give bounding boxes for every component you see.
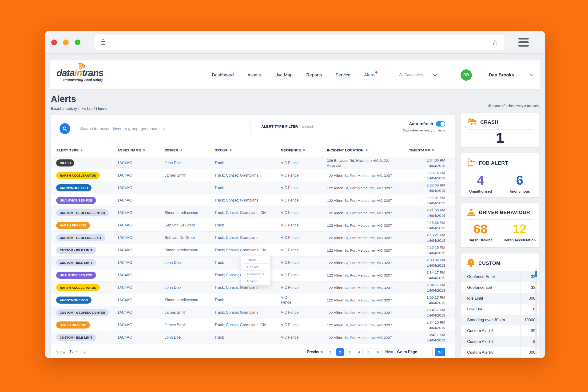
page-number-button[interactable]: 6 xyxy=(374,348,382,356)
custom-alerts-tile[interactable]: CUSTOM Geofence Enter 32 Geofence Exit 3… xyxy=(461,254,539,357)
crash-tile[interactable]: CRASH 1 xyxy=(461,113,539,147)
custom-alert-row[interactable]: Idle Limit 300 xyxy=(461,293,539,304)
group-popup-item[interactable]: Grampians xyxy=(243,271,268,278)
geofence-cell: VIC Fence xyxy=(281,173,299,178)
minimize-window-button[interactable] xyxy=(63,40,69,45)
table-row[interactable]: CUSTOM - GEOFENCE EXIT 1AC4AO Seb van De… xyxy=(50,232,455,244)
alerts-table-body: CRASH 1AC4AO John Doe Truck VIC Fence 32… xyxy=(50,157,455,344)
column-header[interactable]: TIMESTAMP xyxy=(409,148,445,152)
scrollbar-thumb[interactable] xyxy=(535,271,537,277)
custom-alert-row[interactable]: Speeding over 30 km 10000 xyxy=(461,315,539,326)
group-cell[interactable]: Truck xyxy=(214,186,281,190)
group-cell[interactable]: Truck; Conset; Grampians xyxy=(214,198,281,202)
group-popup-item[interactable]: Truck xyxy=(243,256,268,264)
browser-menu-button[interactable] xyxy=(518,38,529,48)
nav-link[interactable]: Service xyxy=(336,72,350,78)
driver-behaviour-tile[interactable]: DRIVER BEHAVIOUR 68 Harsh Braking 12 Har… xyxy=(461,204,539,248)
page-number-button[interactable]: 3 xyxy=(346,348,353,356)
driver-cell: Simon Ierodiaconou xyxy=(165,298,214,302)
alert-type-filter-input[interactable] xyxy=(302,124,356,132)
avatar[interactable]: DB xyxy=(460,69,472,81)
group-cell[interactable]: Truck; Conset; Grampians; Civ... xyxy=(214,211,281,215)
page-number-button[interactable]: 4 xyxy=(355,348,363,356)
group-cell[interactable]: Truck; Conset; Grampians xyxy=(214,173,281,178)
browser-chrome: ☆ xyxy=(45,31,545,54)
table-row[interactable]: CUSTOM - GEOFENCE ENTER 1AC4AO Simon Ier… xyxy=(50,207,455,219)
nav-link[interactable]: Dashboard xyxy=(212,72,234,78)
brand-logo[interactable]: dataintrans empowering road safety xyxy=(56,68,112,82)
geofence-cell: VIC Fence xyxy=(281,186,299,190)
custom-alert-row[interactable]: Custom Alert-6 89 xyxy=(461,326,539,336)
page-size-select[interactable]: 15 xyxy=(69,349,78,355)
sort-icon[interactable] xyxy=(303,148,305,152)
search-input[interactable] xyxy=(80,121,243,136)
page-number-button[interactable]: 5 xyxy=(364,348,372,356)
nav-link[interactable]: Reports xyxy=(306,72,322,78)
sort-icon[interactable] xyxy=(81,148,82,152)
table-row[interactable]: CUSTOM - IDLE LIMIT 1AC4AO Simon Ierodia… xyxy=(50,244,455,256)
driver-stat: 12 Harsh Acceleration xyxy=(500,222,539,247)
stat-label: Harsh Braking xyxy=(461,238,500,242)
group-cell[interactable]: Truck; Conset; Grampians; Civ... xyxy=(214,323,281,327)
custom-alert-row[interactable]: Custom Alert-7 8 xyxy=(461,336,539,347)
column-header[interactable]: GROUP xyxy=(214,148,281,152)
sort-icon[interactable] xyxy=(143,148,145,152)
category-select[interactable]: All Categories xyxy=(395,70,440,80)
column-header[interactable]: INCIDENT LOCATION xyxy=(327,148,409,152)
table-row[interactable]: ANONYMOUS FOB 1AC4AO Simon Ierodiaconou … xyxy=(50,294,455,306)
table-row[interactable]: CUSTOM - IDLE LIMIT 1AC4AO John Doe Truc… xyxy=(50,331,455,344)
incident-location-cell: 122 Albert St, Port Melbourne, VIC 3207 xyxy=(327,260,409,265)
nav-link[interactable]: Live Map xyxy=(274,72,292,78)
user-menu-chevron-icon[interactable] xyxy=(530,73,534,76)
sort-icon[interactable] xyxy=(432,148,434,152)
timestamp-cell: 2:00:32 PM14/04/2019 xyxy=(409,257,445,268)
go-button[interactable]: Go xyxy=(435,348,445,356)
user-name[interactable]: Dan Brooks xyxy=(489,72,514,78)
group-cell[interactable]: Truck xyxy=(214,298,281,302)
custom-alert-row[interactable]: Geofence Exit 33 xyxy=(461,282,539,293)
table-row[interactable]: HARSH BRAKING 1AC4AO James Smith Truck; … xyxy=(50,319,455,331)
custom-alert-row[interactable]: Custom Alert-8 300 xyxy=(461,347,539,357)
table-row[interactable]: CRASH 1AC4AO John Doe Truck VIC Fence 32… xyxy=(50,157,455,169)
column-header[interactable]: GEOFENCE xyxy=(281,148,327,152)
custom-alert-row[interactable]: Low Fuel 8 xyxy=(461,304,539,315)
table-row[interactable]: HARSH ACCELERATION 1AC4AO James Smith Tr… xyxy=(50,169,455,182)
page-number-button[interactable]: 2 xyxy=(336,348,344,356)
sort-icon[interactable] xyxy=(366,148,368,152)
custom-alert-row[interactable]: Geofence Enter 32 xyxy=(461,271,539,282)
group-popup-item[interactable]: CivilEx xyxy=(243,278,268,285)
group-cell[interactable]: Truck; Conset; Grampians xyxy=(214,286,281,290)
fob-alert-tile[interactable]: FOB ALERT 4 Unauthorised 6 Anonymous xyxy=(461,153,539,197)
url-bar[interactable]: ☆ xyxy=(94,35,504,50)
next-page-button[interactable]: Next xyxy=(385,350,394,354)
column-header[interactable]: DRIVER xyxy=(165,148,214,152)
sort-icon[interactable] xyxy=(180,148,182,152)
previous-page-button[interactable]: Previous xyxy=(307,350,323,354)
nav-link[interactable]: Alerts xyxy=(364,72,376,78)
sort-icon[interactable] xyxy=(230,148,232,152)
page-number-button[interactable]: 1 xyxy=(327,348,334,356)
close-window-button[interactable] xyxy=(51,40,57,45)
group-cell[interactable]: Truck; Conset; Grampians xyxy=(214,236,281,240)
category-select-value: All Categories xyxy=(399,73,423,77)
auto-refresh-toggle[interactable] xyxy=(436,121,445,126)
bookmark-star-icon[interactable]: ☆ xyxy=(491,38,498,46)
table-row[interactable]: ANONYMOUS FOB 1AC4AO Truck VIC Fence 122… xyxy=(50,182,455,194)
group-cell[interactable]: Truck; Conset; Grampians xyxy=(214,310,281,315)
table-row[interactable]: CUSTOM - GEOFENCE ENTER 1AC4AO James Smi… xyxy=(50,306,455,319)
logo-wordmark: dataintrans xyxy=(56,68,112,78)
maximize-window-button[interactable] xyxy=(75,40,80,45)
group-cell[interactable]: Truck; Conset; Grampians; Civ... xyxy=(214,248,281,252)
table-row[interactable]: UNAUTHORISED FOB 1AC4AO Truck; Conset; G… xyxy=(50,194,455,207)
group-cell[interactable]: Truck xyxy=(214,223,281,228)
nav-link[interactable]: Assets xyxy=(248,72,261,78)
scrollbar-track[interactable] xyxy=(535,268,537,356)
goto-page-input[interactable] xyxy=(421,348,432,356)
asset-search[interactable] xyxy=(57,121,250,136)
table-row[interactable]: HARSH BRAKING 1AC4AO Seb van De Groot Tr… xyxy=(50,219,455,232)
column-header[interactable]: ALERT TYPE xyxy=(56,148,117,152)
group-cell[interactable]: Truck xyxy=(214,335,281,340)
group-cell[interactable]: Truck xyxy=(214,161,281,165)
column-header[interactable]: ASSET NAME xyxy=(117,148,165,152)
group-popup-item[interactable]: Conset xyxy=(243,264,268,271)
